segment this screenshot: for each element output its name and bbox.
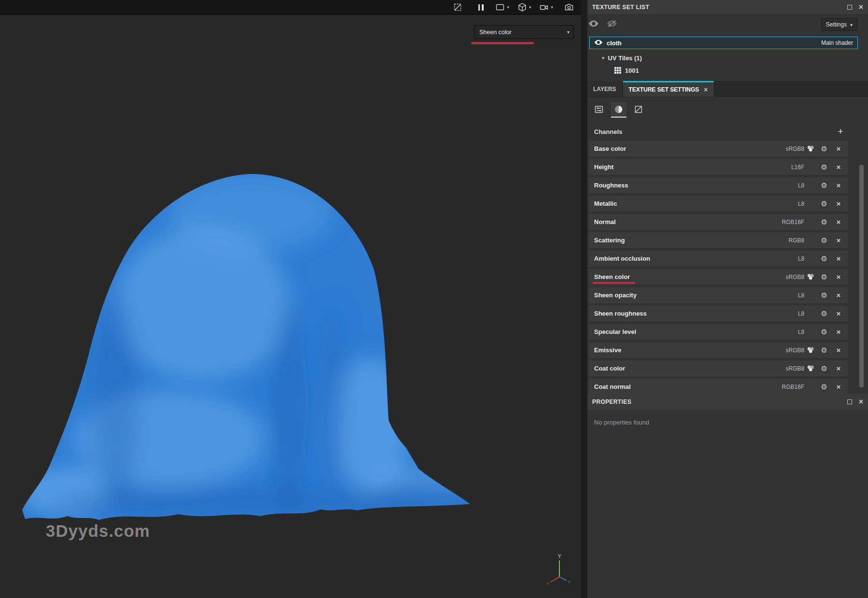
- tab-texture-set-settings[interactable]: TEXTURE SET SETTINGS ×: [623, 81, 714, 97]
- channel-row[interactable]: Sheen color sRGB8 ⚙ ×: [589, 269, 848, 285]
- dock-tab-bar: LAYERS TEXTURE SET SETTINGS ×: [587, 81, 868, 97]
- settings-sliders-icon[interactable]: [591, 102, 607, 118]
- channel-row[interactable]: Metallic L8 ⚙ ×: [589, 196, 848, 212]
- uv-tiles-group[interactable]: ▾ UV Tiles (1): [602, 52, 642, 64]
- eye-off-icon[interactable]: [607, 20, 617, 29]
- float-panel-icon[interactable]: [847, 399, 852, 404]
- channel-delete-icon[interactable]: ×: [831, 237, 846, 244]
- tab-layers[interactable]: LAYERS: [587, 81, 622, 97]
- channel-format: sRGB8: [779, 146, 804, 152]
- channel-row[interactable]: Base color sRGB8 ⚙ ×: [589, 141, 848, 157]
- chevron-down-icon: ▾: [567, 29, 570, 35]
- gizmo-z-label: Z: [568, 580, 570, 584]
- channel-delete-icon[interactable]: ×: [831, 200, 846, 207]
- material-sphere-icon[interactable]: [611, 102, 626, 118]
- channel-row[interactable]: Height L16F ⚙ ×: [589, 159, 848, 175]
- channel-row[interactable]: Coat normal RGB16F ⚙ ×: [589, 379, 848, 394]
- channel-settings-gear-icon[interactable]: ⚙: [817, 163, 831, 171]
- texture-set-list-header: TEXTURE SET LIST ×: [587, 0, 868, 14]
- channel-row[interactable]: Sheen roughness L8 ⚙ ×: [589, 306, 848, 321]
- channel-format: sRGB8: [779, 274, 804, 280]
- channel-row[interactable]: Sheen opacity L8 ⚙ ×: [589, 287, 848, 303]
- channels-list: Base color sRGB8 ⚙ × Height L16F ⚙ × Rou…: [587, 141, 868, 394]
- settings-dropdown-button[interactable]: Settings ▾: [821, 18, 857, 31]
- axis-gizmo[interactable]: Y X Z: [540, 552, 579, 590]
- channel-delete-icon[interactable]: ×: [831, 346, 846, 354]
- camera-mode-icon[interactable]: [538, 1, 550, 13]
- texture-set-item-cloth[interactable]: cloth Main shader: [589, 37, 858, 49]
- close-icon[interactable]: ×: [859, 398, 863, 406]
- pause-engine-icon[interactable]: [475, 1, 487, 13]
- channel-settings-gear-icon[interactable]: ⚙: [817, 383, 831, 390]
- channel-view-dropdown[interactable]: Sheen color ▾: [474, 25, 574, 39]
- channel-name: Normal: [589, 218, 779, 226]
- channel-row[interactable]: Normal RGB16F ⚙ ×: [589, 214, 848, 230]
- channel-settings-gear-icon[interactable]: ⚙: [817, 310, 831, 317]
- settings-label: Settings: [826, 21, 847, 28]
- channel-settings-gear-icon[interactable]: ⚙: [817, 346, 831, 354]
- texture-set-list-toolbar: Settings ▾: [587, 14, 868, 35]
- chevron-down-icon: ▾: [850, 22, 853, 27]
- channel-settings-gear-icon[interactable]: ⚙: [817, 292, 831, 299]
- channel-delete-icon[interactable]: ×: [831, 145, 846, 152]
- geometry-mode-icon[interactable]: [516, 1, 529, 13]
- channel-format: L8: [779, 310, 804, 317]
- channels-section-header: Channels +: [589, 124, 848, 139]
- channel-settings-gear-icon[interactable]: ⚙: [817, 237, 831, 244]
- chevron-down-icon[interactable]: ▾: [551, 5, 553, 10]
- visibility-eye-icon[interactable]: [588, 20, 599, 29]
- channel-settings-gear-icon[interactable]: ⚙: [817, 255, 831, 262]
- gizmo-x-label: X: [546, 581, 549, 585]
- channels-scrollbar[interactable]: [859, 165, 864, 387]
- channel-settings-gear-icon[interactable]: ⚙: [817, 218, 831, 226]
- annotation-underline-dropdown: [471, 42, 534, 44]
- channel-name: Sheen color: [589, 273, 779, 280]
- symmetry-icon[interactable]: [451, 1, 464, 13]
- channel-settings-gear-icon[interactable]: ⚙: [817, 145, 831, 152]
- udim-tile-label: 1001: [625, 67, 639, 74]
- channel-delete-icon[interactable]: ×: [831, 182, 846, 189]
- empty-texture-icon[interactable]: [631, 102, 646, 118]
- channel-settings-gear-icon[interactable]: ⚙: [817, 273, 831, 280]
- channel-settings-gear-icon[interactable]: ⚙: [817, 328, 831, 335]
- channel-row[interactable]: Ambient occlusion L8 ⚙ ×: [589, 251, 848, 266]
- channel-format: L8: [779, 329, 804, 335]
- channel-delete-icon[interactable]: ×: [831, 383, 846, 390]
- cloth-model[interactable]: [0, 15, 581, 598]
- display-settings-icon[interactable]: [494, 1, 506, 13]
- texture-set-settings-toolbar: [587, 99, 868, 120]
- channel-delete-icon[interactable]: ×: [831, 255, 846, 262]
- chevron-down-icon[interactable]: ▾: [602, 55, 605, 61]
- channel-name: Ambient occlusion: [589, 255, 779, 262]
- channel-format: sRGB8: [779, 347, 804, 354]
- channel-delete-icon[interactable]: ×: [831, 292, 846, 299]
- channel-settings-gear-icon[interactable]: ⚙: [817, 200, 831, 207]
- channel-format: L16F: [779, 164, 804, 171]
- channel-name: Metallic: [589, 200, 779, 207]
- channel-row[interactable]: Scattering RGB8 ⚙ ×: [589, 232, 848, 248]
- channel-delete-icon[interactable]: ×: [831, 218, 846, 226]
- channel-row[interactable]: Emissive sRGB8 ⚙ ×: [589, 342, 848, 358]
- screenshot-camera-icon[interactable]: [563, 1, 575, 13]
- float-panel-icon[interactable]: [847, 5, 852, 10]
- channel-delete-icon[interactable]: ×: [831, 163, 846, 171]
- channel-delete-icon[interactable]: ×: [831, 273, 846, 280]
- add-channel-icon[interactable]: +: [833, 127, 848, 136]
- channel-row[interactable]: Specular level L8 ⚙ ×: [589, 324, 848, 340]
- close-icon[interactable]: ×: [704, 86, 708, 93]
- channel-settings-gear-icon[interactable]: ⚙: [817, 365, 831, 372]
- gizmo-y-label: Y: [558, 553, 562, 559]
- channel-name: Roughness: [589, 182, 779, 189]
- viewport-3d[interactable]: ▾ ▾ ▾: [0, 0, 581, 598]
- channel-row[interactable]: Coat color sRGB8 ⚙ ×: [589, 360, 848, 376]
- channel-delete-icon[interactable]: ×: [831, 365, 846, 372]
- eye-icon[interactable]: [594, 39, 603, 47]
- close-icon[interactable]: ×: [859, 3, 863, 11]
- channel-delete-icon[interactable]: ×: [831, 328, 846, 335]
- chevron-down-icon[interactable]: ▾: [507, 5, 509, 10]
- chevron-down-icon[interactable]: ▾: [529, 5, 531, 10]
- channel-row[interactable]: Roughness L8 ⚙ ×: [589, 177, 848, 193]
- channel-settings-gear-icon[interactable]: ⚙: [817, 182, 831, 189]
- udim-tile-item[interactable]: 1001: [614, 65, 639, 76]
- channel-delete-icon[interactable]: ×: [831, 310, 846, 317]
